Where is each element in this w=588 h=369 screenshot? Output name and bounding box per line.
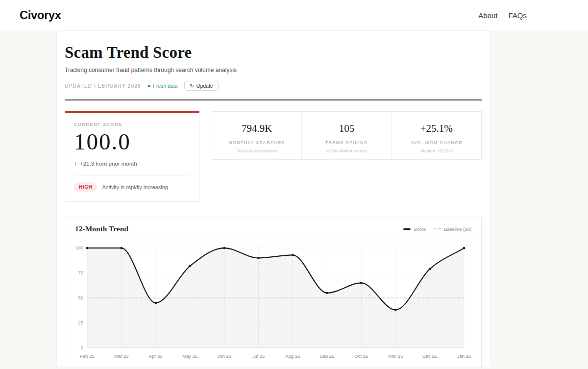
svg-text:Feb 25: Feb 25 bbox=[80, 353, 94, 359]
delta-text: +21.3 from prior month bbox=[80, 161, 137, 167]
current-score-value: 100.0 bbox=[74, 130, 190, 154]
legend-item-baseline: Baseline (50) bbox=[434, 226, 471, 232]
main-nav: About FAQs bbox=[478, 11, 527, 20]
stat-mom-change: +25.1% AVG. MOM CHANGE Median: +22.6% bbox=[392, 112, 481, 159]
severity-description: Activity is rapidly increasing bbox=[102, 184, 168, 190]
summary-row: CURRENT SCORE 100.0 ↑+21.3 from prior mo… bbox=[65, 111, 482, 202]
svg-text:Jul 25: Jul 25 bbox=[252, 353, 265, 359]
baseline-dash-swatch-icon bbox=[434, 228, 441, 229]
stat-value: 794.9K bbox=[212, 123, 301, 135]
updated-label: UPDATED FEBRUARY 2026 bbox=[65, 83, 141, 89]
stat-monthly-searches: 794.9K MONTHLY SEARCHES Total tracked vo… bbox=[212, 112, 301, 159]
stat-label: MONTHLY SEARCHES bbox=[212, 140, 301, 145]
chart-body: 0255075100Feb 25Mar 25Apr 25May 25Jun 25… bbox=[65, 240, 481, 367]
legend-label: Score bbox=[414, 226, 426, 232]
refresh-icon: ↻ bbox=[190, 83, 194, 89]
chart-legend: Score Baseline (50) bbox=[403, 226, 471, 232]
severity-row: HIGH Activity is rapidly increasing bbox=[74, 182, 190, 192]
stat-sublabel: >20% MoM increase bbox=[302, 148, 391, 153]
svg-text:Apr 25: Apr 25 bbox=[149, 353, 163, 359]
svg-text:May 25: May 25 bbox=[182, 353, 197, 359]
svg-text:Nov 25: Nov 25 bbox=[388, 353, 403, 359]
stat-label: AVG. MOM CHANGE bbox=[392, 140, 481, 145]
svg-text:100: 100 bbox=[75, 245, 83, 250]
section-divider bbox=[65, 99, 482, 100]
current-score-card: CURRENT SCORE 100.0 ↑+21.3 from prior mo… bbox=[65, 111, 199, 202]
nav-link-about[interactable]: About bbox=[478, 11, 497, 20]
severity-badge: HIGH bbox=[74, 182, 97, 192]
stat-terms-spiking: 105 TERMS SPIKING >20% MoM increase bbox=[301, 112, 391, 159]
stat-value: +25.1% bbox=[392, 123, 481, 135]
stat-label: TERMS SPIKING bbox=[302, 140, 391, 145]
svg-text:Jan 26: Jan 26 bbox=[457, 353, 471, 359]
score-delta: ↑+21.3 from prior month bbox=[74, 160, 190, 167]
svg-text:Dec 25: Dec 25 bbox=[422, 353, 437, 359]
legend-label: Baseline (50) bbox=[444, 226, 471, 232]
page-subtitle: Tracking consumer fraud patterns through… bbox=[65, 67, 482, 74]
stats-card: 794.9K MONTHLY SEARCHES Total tracked vo… bbox=[212, 111, 482, 160]
up-arrow-icon: ↑ bbox=[74, 160, 77, 167]
svg-text:0: 0 bbox=[81, 345, 83, 350]
content-panel: Scam Trend Score Tracking consumer fraud… bbox=[56, 30, 490, 367]
trend-chart: 0255075100Feb 25Mar 25Apr 25May 25Jun 25… bbox=[72, 241, 474, 365]
svg-text:Jun 25: Jun 25 bbox=[217, 353, 231, 359]
nav-link-faqs[interactable]: FAQs bbox=[508, 11, 527, 20]
svg-text:75: 75 bbox=[78, 270, 83, 275]
stat-sublabel: Total tracked volume bbox=[212, 148, 301, 153]
stat-value: 105 bbox=[302, 123, 391, 135]
svg-text:50: 50 bbox=[78, 295, 83, 300]
meta-row: UPDATED FEBRUARY 2026 Fresh data ↻ Updat… bbox=[65, 81, 482, 91]
fresh-data-badge: Fresh data bbox=[148, 83, 177, 89]
stat-sublabel: Median: +22.6% bbox=[392, 148, 481, 153]
page-title: Scam Trend Score bbox=[65, 44, 482, 62]
fresh-dot-icon bbox=[148, 85, 150, 87]
svg-text:Sep 25: Sep 25 bbox=[319, 353, 334, 359]
score-line-swatch-icon bbox=[403, 228, 411, 230]
update-button-label: Update bbox=[196, 83, 213, 89]
top-bar: Civoryx About FAQs bbox=[0, 0, 588, 30]
legend-item-score: Score bbox=[403, 226, 426, 232]
svg-text:Mar 25: Mar 25 bbox=[114, 353, 128, 359]
svg-text:Aug 25: Aug 25 bbox=[285, 353, 300, 359]
chart-title: 12-Month Trend bbox=[75, 224, 128, 233]
fresh-data-label: Fresh data bbox=[153, 83, 177, 89]
update-button[interactable]: ↻ Update bbox=[184, 81, 218, 91]
svg-text:Oct 25: Oct 25 bbox=[354, 353, 368, 359]
svg-text:25: 25 bbox=[78, 320, 83, 325]
trend-chart-card: 12-Month Trend Score Baseline (50) 02550… bbox=[65, 217, 482, 367]
brand-logo[interactable]: Civoryx bbox=[20, 8, 61, 22]
chart-header: 12-Month Trend Score Baseline (50) bbox=[65, 217, 481, 240]
current-score-label: CURRENT SCORE bbox=[74, 122, 190, 127]
score-card-divider bbox=[74, 175, 190, 175]
